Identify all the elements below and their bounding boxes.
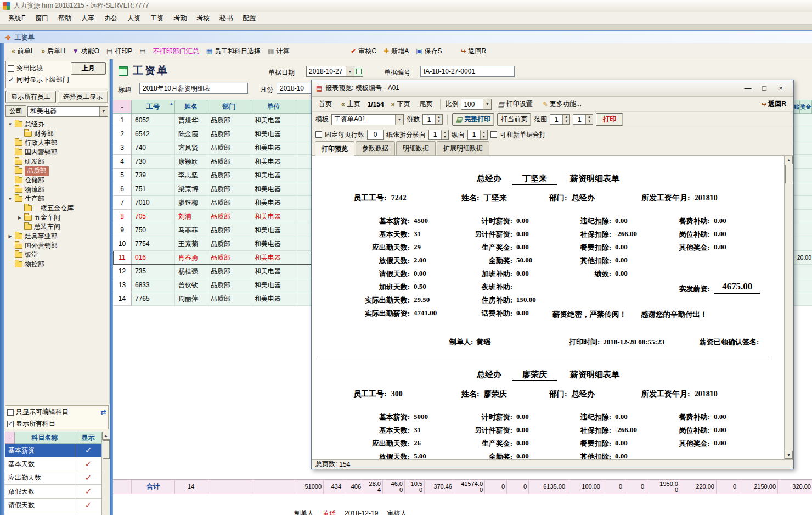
range-to-arrows-icon[interactable]: ▲▼ [585, 115, 593, 124]
toolbar-prev-doc-button[interactable]: «前单L [9, 45, 37, 58]
column-header[interactable]: 姓名 [175, 100, 207, 114]
preview-scrollbar[interactable]: ▲ ▼ [784, 156, 793, 459]
merge-print-checkbox[interactable] [490, 131, 497, 138]
toolbar-print-button[interactable]: ▤打印P [104, 45, 135, 58]
column-header[interactable]: 单位 [251, 100, 296, 114]
print-current-button[interactable]: 打当前页 [497, 113, 531, 126]
tree-item[interactable]: 品质部 [5, 166, 108, 176]
menu-item[interactable]: 考勤 [168, 12, 191, 25]
range-from-arrows-icon[interactable]: ▲▼ [562, 115, 569, 124]
menu-item[interactable]: 系统F [3, 12, 30, 25]
subject-row[interactable]: 应出勤天数✓ [5, 471, 101, 485]
scroll-up-icon[interactable]: ▲ [785, 156, 793, 164]
tree-item[interactable]: ▼总经办 [5, 120, 108, 129]
title-input[interactable]: 2018年10月薪资明细表 [139, 83, 248, 94]
toolbar-calculate-button[interactable]: ▥计算 [265, 45, 292, 58]
tree-item[interactable]: 总装车间 [5, 222, 108, 232]
split-h-arrows-icon[interactable]: ▲▼ [441, 130, 448, 139]
template-dropdown-icon[interactable]: ▼ [395, 115, 403, 125]
tree-item[interactable]: 物控部 [5, 260, 108, 269]
doc-date-dropdown-icon[interactable]: ▼ [346, 66, 354, 76]
tree-item[interactable]: 饭堂 [5, 250, 108, 260]
minimize-button[interactable]: — [740, 82, 756, 94]
column-header[interactable]: 部门 [207, 100, 251, 114]
scroll-thumb[interactable] [103, 440, 110, 459]
doc-caption-bar[interactable]: ❖ 工资单 [0, 30, 812, 43]
tab-3[interactable]: 明细数据 [396, 141, 436, 155]
doc-date-combo[interactable]: 2018-10-27 ▼ [306, 66, 363, 77]
last-month-button[interactable]: 上月 [71, 62, 106, 75]
subject-row[interactable]: 基本天数✓ [5, 457, 101, 471]
template-combo[interactable]: 工资单A01 ▼ [331, 114, 404, 125]
subjects-scrollbar[interactable]: ▲ [101, 432, 110, 515]
column-header[interactable]: - [113, 100, 132, 114]
show-sub-depts-checkbox[interactable] [8, 77, 14, 83]
select-employees-button[interactable]: 选择员工显示 [58, 91, 108, 103]
scroll-down-icon[interactable]: ▼ [785, 451, 793, 459]
tree-item[interactable]: 一楼五金仓库 [5, 204, 108, 213]
tree-item[interactable]: ▼生产部 [5, 194, 108, 204]
subjects-name-header[interactable]: 科目名称 [15, 432, 75, 444]
scroll-up-icon[interactable]: ▲ [102, 432, 110, 440]
split-v-arrows-icon[interactable]: ▲▼ [480, 130, 487, 139]
subject-row[interactable]: 请假天数✓ [5, 499, 101, 512]
tree-item[interactable]: 物流部 [5, 185, 108, 194]
toolbar-emp-subject-select-button[interactable]: ▦员工和科目选择 [204, 45, 263, 58]
column-header[interactable]: 工号▲ [132, 100, 175, 114]
doc-no-input[interactable]: IA-18-10-27-0001 [420, 66, 515, 77]
swap-icon[interactable]: ⇄ [100, 408, 106, 416]
tree-item[interactable]: ▶灶具事业部 [5, 232, 108, 241]
menu-item[interactable]: 配置 [238, 12, 261, 25]
tab-4[interactable]: 扩展明细数据 [437, 141, 489, 155]
fixed-rows-input[interactable]: 0 [367, 130, 384, 140]
split-v-spinner[interactable]: 1 ▲▼ [467, 130, 488, 140]
menu-item[interactable]: 窗口 [30, 12, 53, 25]
print-button[interactable]: 打印 [596, 113, 623, 126]
menu-item[interactable]: 帮助 [53, 12, 76, 25]
tree-item[interactable]: 研发部 [5, 157, 108, 166]
range-from-spinner[interactable]: 1 ▲▼ [550, 114, 570, 125]
tree-item[interactable]: 行政人事部 [5, 138, 108, 148]
only-editable-checkbox[interactable] [7, 409, 14, 416]
scale-combo[interactable]: 100 ▼ [461, 99, 492, 110]
scale-dropdown-icon[interactable]: ▼ [483, 99, 491, 109]
subjects-show-header[interactable]: 显示 [75, 432, 101, 444]
toolbar-audit-button[interactable]: ✔审核C [348, 45, 379, 58]
tree-expand-icon[interactable]: ▶ [8, 234, 13, 239]
full-print-button[interactable]: ▤完整打印 [452, 113, 494, 126]
tree-item[interactable]: 国内营销部 [5, 148, 108, 157]
toolbar-add-new-button[interactable]: ✚新增A [381, 45, 411, 58]
show-all-subjects-checkbox[interactable] [7, 421, 14, 427]
menu-item[interactable]: 工资 [145, 12, 168, 25]
toolbar-no-dept-summary-button[interactable]: 不打印部门汇总 [150, 45, 202, 58]
toolbar-back-button[interactable]: ↪返回R [458, 45, 489, 58]
copies-spinner[interactable]: 1 ▲▼ [422, 114, 443, 125]
tree-expand-icon[interactable]: ▶ [17, 215, 22, 220]
copies-spinner-arrows-icon[interactable]: ▲▼ [435, 115, 442, 124]
toolbar-functions-button[interactable]: ▼功能O [70, 45, 102, 58]
fixed-rows-checkbox[interactable] [315, 131, 322, 138]
toolbar-save-button[interactable]: ▣保存S [413, 45, 444, 58]
next-page-button[interactable]: »下页 [388, 98, 414, 110]
toolbar-printer-button[interactable]: ▤ [137, 46, 148, 57]
maximize-button[interactable]: □ [756, 82, 772, 94]
tree-item[interactable]: 国外营销部 [5, 241, 108, 250]
subject-row[interactable]: 放假天数✓ [5, 485, 101, 499]
tree-expand-icon[interactable]: ▼ [8, 122, 13, 127]
tree-item[interactable]: ▶五金车间 [5, 213, 108, 222]
toolbar-next-doc-button[interactable]: »后单H [38, 45, 67, 58]
window-titlebar[interactable]: 人力资源 hrm 20181215 - 远程-SERVER:7777 [0, 0, 812, 12]
subject-row[interactable]: 基本薪资✓ [5, 444, 101, 457]
company-dropdown-icon[interactable]: ▼ [99, 107, 108, 116]
prev-page-button[interactable]: «上页 [338, 98, 364, 110]
scroll-thumb[interactable] [785, 165, 792, 183]
tab-1[interactable]: 打印预览 [315, 141, 354, 156]
menu-item[interactable]: 办公 [99, 12, 122, 25]
subject-row[interactable]: 加班天数✓ [5, 512, 101, 515]
last-page-button[interactable]: 尾页 [416, 98, 436, 110]
menu-item[interactable]: 人事 [76, 12, 99, 25]
menu-item[interactable]: 考核 [191, 12, 215, 25]
tree-item[interactable]: 仓储部 [5, 176, 108, 185]
print-settings-button[interactable]: ▤打印设置 [494, 98, 535, 110]
tree-expand-icon[interactable]: ▼ [8, 197, 13, 201]
